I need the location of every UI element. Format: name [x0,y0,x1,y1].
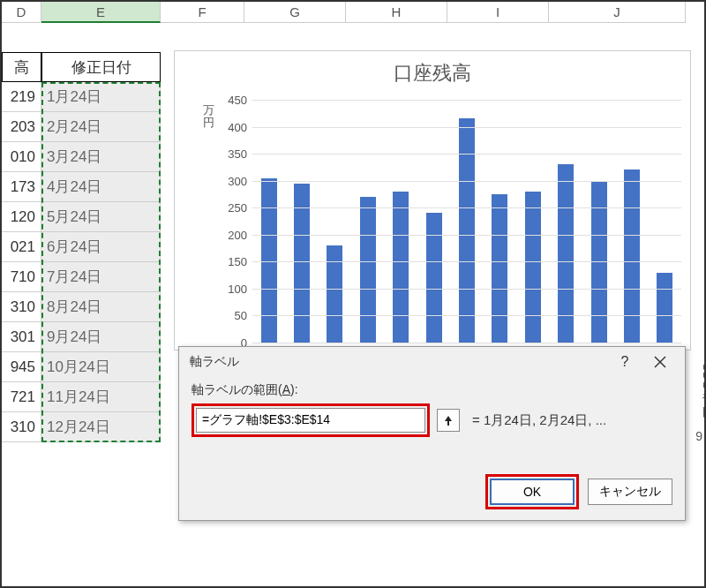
header-E[interactable]: 修正日付 [41,52,161,82]
cell-e[interactable]: 10月24日 [41,352,161,382]
cell-d[interactable]: 173 [2,172,41,202]
cell-d[interactable]: 010 [2,142,41,172]
col-header-H[interactable]: H [346,2,447,23]
chart[interactable]: 口座残高 万 円 050100150200250300350400450 [174,50,691,351]
axis-labels-dialog: 軸ラベル ? 軸ラベルの範囲(A): = 1月24日, 2月24日, ... O… [178,346,686,521]
cell-d[interactable]: 203 [2,112,41,142]
ok-button[interactable]: OK [490,479,575,505]
help-button[interactable]: ? [607,350,642,374]
dialog-title: 軸ラベル [186,354,607,370]
collapse-dialog-button[interactable] [437,409,460,432]
bar [525,192,541,343]
ok-button-highlight: OK [485,474,579,509]
cell-d[interactable]: 120 [2,202,41,232]
bar [657,273,672,343]
cell-e[interactable]: 12月24日 [41,412,161,442]
cell-d[interactable]: 310 [2,292,41,322]
col-header-E[interactable]: E [41,2,161,23]
range-preview: = 1月24日, 2月24日, ... [472,412,672,429]
y-tick-label: 100 [228,282,247,295]
cell-e[interactable]: 8月24日 [41,292,161,322]
x-axis-label-last: 12月24日 [699,364,706,400]
y-tick-label: 200 [228,228,247,241]
cell-e[interactable]: 1月24日 [41,82,161,112]
bar [360,197,376,343]
chart-title: 口座残高 [175,60,690,87]
cell-e[interactable]: 3月24日 [41,142,161,172]
close-icon [654,356,666,368]
range-input-highlight [192,403,430,437]
y-tick-label: 350 [228,147,247,161]
bar [624,170,640,343]
col-header-F[interactable]: F [161,2,244,23]
cells-area: 高 修正日付 2191月24日 2032月24日 0103月24日 1734月2… [2,23,178,586]
cell-e[interactable]: 7月24日 [41,262,161,292]
header-D[interactable]: 高 [2,52,41,82]
cell-d[interactable]: 021 [2,232,41,262]
arrow-up-icon [443,414,454,426]
cancel-button[interactable]: キャンセル [588,479,672,505]
y-tick-label: 250 [228,201,247,215]
x-axis-extra: 9 [695,429,702,443]
cell-e[interactable]: 9月24日 [41,322,161,352]
y-axis-unit: 万 円 [203,104,214,130]
cell-e[interactable]: 5月24日 [41,202,161,232]
y-axis-labels: 050100150200250300350400450 [221,100,251,343]
bar [327,245,342,343]
bar [459,118,475,343]
column-headers: D E F G H I J [2,2,704,23]
col-header-I[interactable]: I [447,2,549,23]
col-header-J[interactable]: J [549,2,686,23]
cell-e[interactable]: 11月24日 [41,382,161,412]
cell-d[interactable]: 945 [2,352,41,382]
col-header-G[interactable]: G [244,2,346,23]
y-tick-label: 450 [228,94,247,107]
cell-d[interactable]: 721 [2,382,41,412]
bar [393,192,409,343]
y-tick-label: 150 [228,255,247,268]
plot-area [252,100,681,343]
cell-d[interactable]: 219 [2,82,41,112]
y-tick-label: 400 [228,120,247,133]
bar [492,194,507,343]
cell-e[interactable]: 2月24日 [41,112,161,142]
cell-d[interactable]: 310 [2,412,41,442]
cell-d[interactable]: 710 [2,262,41,292]
y-tick-label: 50 [235,309,247,322]
cell-e[interactable]: 4月24日 [41,172,161,202]
cell-e[interactable]: 6月24日 [41,232,161,262]
bar [426,213,442,343]
axis-range-input[interactable] [196,408,425,433]
range-label: 軸ラベルの範囲(A): [192,382,672,398]
bar [261,178,277,343]
y-tick-label: 300 [228,174,247,187]
col-header-D[interactable]: D [2,2,41,23]
cell-d[interactable]: 301 [2,322,41,352]
close-button[interactable] [642,350,678,374]
